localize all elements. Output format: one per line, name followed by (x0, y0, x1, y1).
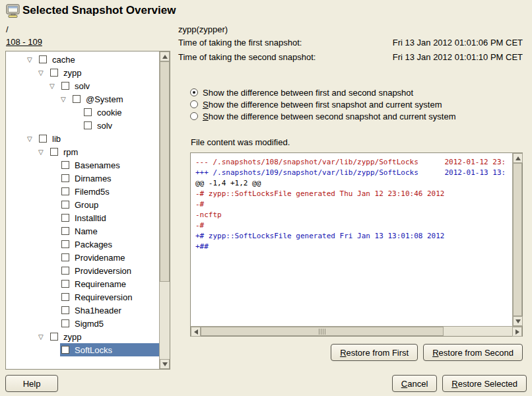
tree-expander-open-icon[interactable]: ▽ (48, 82, 60, 90)
tree-scrollbar-thumb[interactable] (160, 61, 170, 282)
diff-scroll-up-button[interactable] (513, 153, 523, 163)
tree-item-checkbox[interactable] (50, 333, 58, 341)
tree-item-installtid[interactable]: Installtid (6, 211, 159, 224)
radio-unselected-icon[interactable] (190, 100, 198, 108)
tree-item-checkbox[interactable] (61, 161, 69, 169)
restore-from-second-button[interactable]: Restore from Second (423, 344, 523, 361)
tree-item-body[interactable]: @System (71, 92, 159, 106)
tree-item-cookie[interactable]: cookie (6, 106, 159, 119)
tree-item-name[interactable]: Name (6, 224, 159, 238)
radio-option-1[interactable]: Show the difference between first and se… (190, 86, 456, 98)
tree-item-rpm[interactable]: ▽rpm (6, 145, 159, 158)
tree-item-group[interactable]: Group (6, 198, 159, 211)
tree-item-body[interactable]: Name (60, 224, 159, 238)
tree-item-checkbox[interactable] (61, 253, 69, 261)
tree-item-body[interactable]: solv (60, 79, 159, 92)
tree-item-checkbox[interactable] (61, 346, 69, 354)
restore-selected-button[interactable]: Restore Selected (442, 375, 527, 392)
tree-expander-open-icon[interactable]: ▽ (37, 69, 49, 77)
tree-item-sha1header[interactable]: Sha1header (6, 304, 159, 317)
restore-from-first-button[interactable]: Restore from First (331, 344, 418, 361)
tree-item-solv[interactable]: solv (6, 119, 159, 132)
tree-item-checkbox[interactable] (73, 95, 81, 103)
tree-item-checkbox[interactable] (61, 201, 69, 209)
diff-horizontal-scrollbar[interactable] (191, 326, 522, 336)
tree-item-body[interactable]: lib (38, 132, 159, 145)
tree-expander-open-icon[interactable]: ▽ (59, 96, 71, 103)
tree-item-checkbox[interactable] (50, 148, 58, 156)
tree-item-body[interactable]: zypp (49, 66, 159, 79)
tree-expander-open-icon[interactable]: ▽ (37, 148, 49, 156)
tree-expander-open-icon[interactable]: ▽ (26, 135, 38, 143)
tree-item-zypp[interactable]: ▽zypp (6, 330, 159, 343)
tree-item-checkbox[interactable] (61, 214, 69, 222)
tree-item-checkbox[interactable] (61, 293, 69, 301)
tree-item-cache[interactable]: ▽cache (6, 53, 159, 66)
radio-selected-icon[interactable] (190, 88, 198, 96)
tree-item-checkbox[interactable] (61, 280, 69, 288)
radio-unselected-icon[interactable] (190, 112, 198, 120)
tree-item-lib[interactable]: ▽lib (6, 132, 159, 145)
tree-item-checkbox[interactable] (61, 227, 69, 235)
tree-item-body[interactable]: zypp (49, 330, 159, 343)
tree-item-body[interactable]: Sigmd5 (60, 317, 159, 330)
diff-scroll-right-button[interactable] (512, 327, 522, 337)
tree-item-checkbox[interactable] (61, 319, 69, 327)
tree-item-body[interactable]: Installtid (60, 211, 159, 224)
tree-item-checkbox[interactable] (84, 108, 92, 116)
tree-item-body[interactable]: Basenames (60, 158, 159, 172)
tree-item-body[interactable]: rpm (49, 145, 159, 158)
tree-item-checkbox[interactable] (50, 69, 58, 77)
tree-item-body[interactable]: solv (83, 119, 159, 132)
tree-item-system[interactable]: ▽@System (6, 92, 159, 106)
radio-option-2[interactable]: Show the difference between first snapsh… (190, 98, 456, 110)
radio-option-3[interactable]: Show the difference between second snaps… (190, 110, 456, 122)
tree-item-sigmd5[interactable]: Sigmd5 (6, 317, 159, 330)
tree-item-checkbox[interactable] (84, 121, 92, 129)
tree-item-body[interactable]: Group (60, 198, 159, 211)
tree-item-solv[interactable]: ▽solv (6, 79, 159, 92)
tree-item-body[interactable]: cache (38, 53, 159, 66)
tree-expander-open-icon[interactable]: ▽ (37, 333, 49, 341)
tree-item-checkbox[interactable] (61, 174, 69, 182)
tree-item-packages[interactable]: Packages (6, 238, 159, 251)
tree-item-checkbox[interactable] (61, 187, 69, 195)
tree-item-providename[interactable]: Providename (6, 251, 159, 264)
tree-expander-open-icon[interactable]: ▽ (26, 56, 38, 63)
tree-item-body[interactable]: Requirename (60, 277, 159, 290)
diff-scroll-down-button[interactable] (513, 316, 523, 326)
tree-scroll-up-button[interactable] (160, 51, 170, 61)
diff-vscroll-thumb[interactable] (513, 163, 522, 316)
tree-item-zypp[interactable]: ▽zypp (6, 66, 159, 79)
diff-hscroll-thumb[interactable] (201, 327, 444, 336)
tree-item-checkbox[interactable] (39, 55, 47, 63)
tree-item-basenames[interactable]: Basenames (6, 158, 159, 172)
tree-item-checkbox[interactable] (61, 240, 69, 248)
tree-item-checkbox[interactable] (61, 82, 69, 90)
tree-item-filemd5s[interactable]: Filemd5s (6, 185, 159, 198)
help-button[interactable]: Help (5, 375, 58, 392)
cancel-button[interactable]: Cancel (392, 375, 437, 392)
tree-item-body[interactable]: Sha1header (60, 304, 159, 317)
diff-scroll-left-button[interactable] (191, 327, 201, 337)
diff-vertical-scrollbar[interactable] (512, 153, 522, 326)
tree-scroll-down-button[interactable] (160, 359, 170, 369)
diff-hscroll-track[interactable] (444, 327, 512, 336)
tree-item-checkbox[interactable] (61, 306, 69, 314)
tree-item-requireversion[interactable]: Requireversion (6, 290, 159, 304)
tree-item-body[interactable]: Provideversion (60, 264, 159, 277)
tree-item-body[interactable]: Filemd5s (60, 185, 159, 198)
tree-item-checkbox[interactable] (61, 267, 69, 275)
tree-scrollbar-track[interactable] (160, 282, 170, 359)
tree-item-body[interactable]: Dirnames (60, 172, 159, 185)
tree-item-dirnames[interactable]: Dirnames (6, 172, 159, 185)
tree-vertical-scrollbar[interactable] (159, 51, 170, 369)
tree-item-softlocks[interactable]: SoftLocks (6, 343, 159, 356)
tree-item-body[interactable]: Requireversion (60, 290, 159, 304)
tree-item-requirename[interactable]: Requirename (6, 277, 159, 290)
tree-item-provideversion[interactable]: Provideversion (6, 264, 159, 277)
tree-item-body[interactable]: Packages (60, 238, 159, 251)
tree-item-checkbox[interactable] (39, 135, 47, 143)
tree-item-body[interactable]: Providename (60, 251, 159, 264)
tree-item-body[interactable]: cookie (83, 106, 159, 119)
